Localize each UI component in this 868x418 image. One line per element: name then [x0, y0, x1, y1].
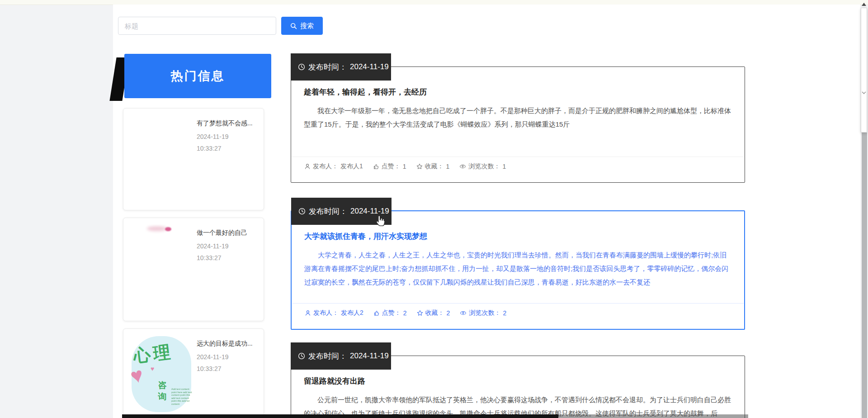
hot-item-time: 10:33:27	[197, 254, 222, 261]
eye-icon	[459, 163, 466, 170]
likes-label: 点赞：	[382, 309, 401, 317]
favorites-meta: 收藏：2	[417, 309, 450, 317]
clock-icon	[298, 352, 305, 360]
article-thumbnail	[130, 224, 193, 302]
publish-date: 2024-11-19	[350, 62, 389, 71]
likes-label: 点赞：	[382, 162, 401, 171]
publisher-value: 发布人2	[341, 309, 363, 317]
publisher-label: 发布人：	[313, 162, 338, 171]
article-meta: 发布人：发布人2 点赞：2 收藏：2 浏览次数：2	[292, 303, 744, 317]
favorites-label: 收藏：	[425, 162, 444, 171]
page: 搜索 热门信息 有了梦想就不会感... 2024-11-19 10:33:27 …	[0, 0, 868, 418]
scrollbar-track[interactable]	[862, 133, 867, 418]
mouse-cursor	[374, 214, 386, 230]
favorites-value: 1	[446, 163, 450, 170]
article-excerpt: 我在大学一年级那一年，毫无悬念地把自己吃成了一个胖子。不是那种巨大的胖子，而是介…	[304, 104, 731, 131]
article-title[interactable]: 大学就该抓住青春，用汗水实现梦想	[304, 231, 427, 242]
star-icon	[417, 310, 423, 316]
article-excerpt: 大学之青春，人生之春，人生之王，人生之华也，宝贵的时光我们理当去珍惜。然而，当我…	[304, 248, 731, 289]
publish-label: 发布时间：	[308, 62, 347, 72]
publisher-meta: 发布人：发布人1	[304, 162, 363, 171]
article-card[interactable]: 发布时间： 2024-11-19 大学就该抓住青春，用汗水实现梦想 大学之青春，…	[291, 210, 745, 330]
views-value: 2	[503, 309, 506, 317]
hot-item-date: 2024-11-19	[197, 133, 229, 140]
thumbnail-smudge	[147, 226, 167, 231]
logo-note-text: Add text content point here add text con…	[171, 388, 192, 406]
likes-value: 2	[403, 309, 407, 317]
publish-label: 发布时间：	[308, 351, 347, 361]
publisher-value: 发布人1	[340, 162, 363, 171]
views-label: 浏览次数：	[469, 309, 500, 317]
article-thumbnail	[130, 115, 193, 193]
hot-panel-header: 热门信息	[124, 54, 271, 98]
search-icon	[290, 23, 297, 29]
search-button[interactable]: 搜索	[281, 17, 323, 35]
clock-icon	[298, 63, 305, 71]
hot-item-date: 2024-11-19	[197, 242, 229, 250]
hot-list-item[interactable]: 心理 ♥ ♥ 咨询 Add text content point here ad…	[123, 328, 264, 418]
eye-icon	[460, 310, 467, 316]
publish-date: 2024-11-19	[350, 352, 389, 361]
article-card[interactable]: 发布时间： 2024-11-19 趁着年轻，输得起，看得开，去经历 我在大学一年…	[291, 66, 745, 183]
heart-icon: ♥	[151, 365, 154, 372]
thumbnail-smudge	[165, 227, 171, 231]
favorites-meta: 收藏：1	[416, 162, 450, 171]
hot-item-title: 做一个最好的自己	[197, 229, 260, 237]
search-input[interactable]	[118, 17, 276, 35]
hot-item-time: 10:33:27	[197, 365, 222, 372]
favorites-value: 2	[447, 309, 450, 317]
publisher-meta: 发布人：发布人2	[305, 309, 363, 317]
hot-item-date: 2024-11-19	[197, 353, 229, 361]
publish-label: 发布时间：	[309, 206, 347, 217]
scrollbar-thumb[interactable]	[861, 8, 867, 133]
article-meta: 发布人：发布人1 点赞：1 收藏：1 浏览次数：1	[292, 157, 744, 171]
views-label: 浏览次数：	[468, 162, 500, 171]
hot-item-title: 远大的目标是成功...	[197, 340, 260, 348]
hot-item-time: 10:33:27	[197, 145, 222, 152]
logo-text-zixun: 咨询	[157, 380, 168, 402]
star-icon	[416, 163, 423, 170]
hot-panel-title: 热门信息	[171, 68, 225, 84]
thumbs-up-icon	[373, 310, 380, 316]
article-thumbnail: 心理 ♥ ♥ 咨询 Add text content point here ad…	[130, 335, 193, 413]
likes-value: 1	[403, 163, 406, 170]
likes-meta: 点赞：2	[373, 309, 407, 317]
scrollbar-up-arrow-icon[interactable]	[862, 3, 866, 6]
views-meta: 浏览次数：1	[459, 162, 506, 171]
bottom-dim-bar	[558, 414, 748, 418]
publish-time-badge: 发布时间： 2024-11-19	[291, 342, 391, 370]
clock-icon	[298, 208, 306, 215]
likes-meta: 点赞：1	[373, 162, 406, 171]
publisher-label: 发布人：	[313, 309, 339, 317]
publish-time-badge: 发布时间： 2024-11-19	[291, 53, 391, 81]
hot-list-item[interactable]: 做一个最好的自己 2024-11-19 10:33:27	[123, 218, 264, 321]
search-button-label: 搜索	[300, 22, 314, 30]
views-value: 1	[502, 163, 506, 170]
hot-list-item[interactable]: 有了梦想就不会感... 2024-11-19 10:33:27	[123, 108, 264, 210]
person-icon	[305, 310, 311, 316]
article-title[interactable]: 趁着年轻，输得起，看得开，去经历	[304, 87, 427, 97]
person-icon	[304, 163, 311, 170]
chevron-down-icon[interactable]	[861, 89, 867, 97]
favorites-label: 收藏：	[425, 309, 444, 317]
views-meta: 浏览次数：2	[460, 309, 506, 317]
hot-item-title: 有了梦想就不会感...	[197, 119, 260, 128]
bottom-black-bar	[122, 414, 558, 418]
thumbs-up-icon	[373, 163, 379, 170]
article-card[interactable]: 发布时间： 2024-11-19 留退路就没有出路 公元前一世纪，凯撒大帝率领他…	[291, 356, 745, 418]
article-title[interactable]: 留退路就没有出路	[304, 376, 365, 386]
